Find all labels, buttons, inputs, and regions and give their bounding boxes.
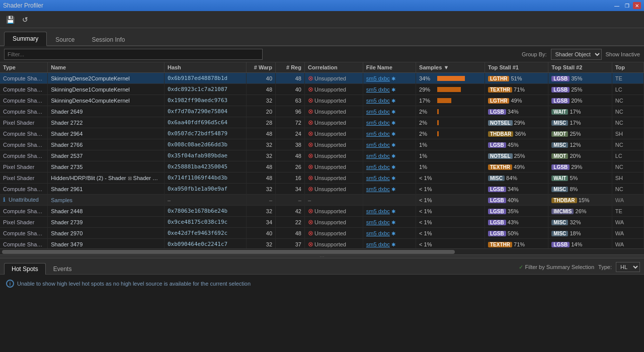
table-row[interactable]: Compute Shader Shader 2964 0x0507dc72bdf… bbox=[0, 128, 644, 139]
stall2-cell: LGSB 20% bbox=[548, 95, 612, 106]
warp-cell: 48 bbox=[247, 161, 276, 172]
table-row[interactable]: Pixel Shader Shader 2735 0x258881ba42350… bbox=[0, 161, 644, 172]
table-row[interactable]: Compute Shader Shader 3479 0xb090464e0c2… bbox=[0, 239, 644, 249]
tab-source[interactable]: Source bbox=[47, 33, 83, 46]
table-row[interactable]: Compute Shader SkinningDense2ComputeKern… bbox=[0, 73, 644, 84]
resize-handle[interactable] bbox=[0, 254, 644, 258]
table-row[interactable]: ℹ Unattributed Samples – – – – < 1% LGSB… bbox=[0, 195, 644, 206]
col-header-file[interactable]: File Name bbox=[363, 62, 416, 73]
stall1-cell: LGSB 45% bbox=[485, 139, 548, 150]
restore-button[interactable]: ❐ bbox=[623, 2, 631, 9]
type-cell: Compute Shader bbox=[0, 150, 48, 161]
col-header-type[interactable]: Type bbox=[0, 62, 48, 73]
stall1-cell: LGSB 43% bbox=[485, 217, 548, 228]
table-row[interactable]: Compute Shader Shader 2970 0xe42d7fe9463… bbox=[0, 228, 644, 239]
col-header-top[interactable]: Top bbox=[612, 62, 643, 73]
file-link[interactable]: sm5 dxbc bbox=[366, 131, 390, 137]
top-cell: NC bbox=[612, 139, 643, 150]
warp-cell: 40 bbox=[247, 228, 276, 239]
reg-cell: 48 bbox=[276, 150, 305, 161]
reg-cell: 22 bbox=[276, 217, 305, 228]
show-inactive-button[interactable]: Show Inactive bbox=[606, 51, 640, 57]
warp-cell: 48 bbox=[247, 172, 276, 184]
refresh-button[interactable]: ↺ bbox=[19, 14, 31, 26]
file-cell bbox=[363, 195, 416, 206]
table-row[interactable]: Compute Shader Shader 2537 0x35f04afab98… bbox=[0, 150, 644, 161]
file-cell: sm5 dxbc ✱ bbox=[363, 184, 416, 195]
bottom-message: Unable to show high level hot spots as n… bbox=[17, 281, 251, 287]
file-link[interactable]: sm5 dxbc bbox=[366, 142, 390, 148]
close-button[interactable]: ✕ bbox=[633, 2, 641, 9]
stall1-cell: LGSB 34% bbox=[485, 106, 548, 117]
name-cell: Shader 2964 bbox=[48, 128, 165, 139]
file-link[interactable]: sm5 dxbc bbox=[366, 219, 390, 225]
file-cell: sm5 dxbc ✱ bbox=[363, 84, 416, 95]
group-by-select[interactable]: Shader Object bbox=[551, 49, 602, 60]
file-cell: sm5 dxbc ✱ bbox=[363, 73, 416, 84]
col-header-hash[interactable]: Hash bbox=[164, 62, 246, 73]
file-cell: sm5 dxbc ✱ bbox=[363, 139, 416, 150]
table-container[interactable]: Type Name Hash # Warp # Reg Correlation … bbox=[0, 62, 644, 248]
file-cell: sm5 dxbc ✱ bbox=[363, 172, 416, 184]
name-cell: Shader 2766 bbox=[48, 139, 165, 150]
table-row[interactable]: Pixel Shader Shader 2722 0x6aa40fdf696d5… bbox=[0, 117, 644, 128]
file-link[interactable]: sm5 dxbc bbox=[366, 109, 390, 115]
table-row[interactable]: Compute Shader SkinningDense4ComputeKern… bbox=[0, 95, 644, 106]
file-link[interactable]: sm5 dxbc bbox=[366, 186, 390, 192]
scrollbar-thumb[interactable] bbox=[2, 250, 455, 254]
tab-hot-spots[interactable]: Hot Spots bbox=[4, 263, 46, 275]
file-link[interactable]: sm5 dxbc bbox=[366, 86, 390, 93]
table-row[interactable]: Compute Shader Shader 2766 0x008c08ae2d6… bbox=[0, 139, 644, 150]
file-link[interactable]: sm5 dxbc bbox=[366, 98, 390, 104]
file-link[interactable]: sm5 dxbc bbox=[366, 208, 390, 214]
table-row[interactable]: Compute Shader Shader 2649 0xf7d70a7290e… bbox=[0, 106, 644, 117]
table-body: Compute Shader SkinningDense2ComputeKern… bbox=[0, 73, 644, 249]
file-link[interactable]: sm5 dxbc bbox=[366, 120, 390, 126]
reg-cell: 42 bbox=[276, 206, 305, 217]
stall1-cell: TEXTHR 71% bbox=[485, 84, 548, 95]
tab-summary[interactable]: Summary bbox=[4, 32, 47, 46]
top-cell: NC bbox=[612, 95, 643, 106]
file-link[interactable]: sm5 dxbc bbox=[366, 175, 390, 181]
col-header-reg[interactable]: # Reg bbox=[276, 62, 305, 73]
save-button[interactable]: 💾 bbox=[4, 14, 16, 26]
table-row[interactable]: Compute Shader SkinningDense1ComputeKern… bbox=[0, 84, 644, 95]
filter-by-selection-check[interactable]: ✓ Filter by Summary Selection bbox=[519, 264, 595, 271]
name-cell: Shader 2735 bbox=[48, 161, 165, 172]
hash-cell: 0x78063e1678b6e24b bbox=[164, 206, 246, 217]
type-select[interactable]: HL ISA bbox=[616, 262, 640, 272]
tab-events[interactable]: Events bbox=[46, 263, 79, 275]
corr-cell: ⊗Unsupported bbox=[304, 73, 363, 84]
table-row[interactable]: Compute Shader Shader 2961 0xa950fb1e1a9… bbox=[0, 184, 644, 195]
reg-cell: 40 bbox=[276, 84, 305, 95]
file-link[interactable]: sm5 dxbc bbox=[366, 241, 390, 247]
table-row[interactable]: Pixel Shader Hidden/HDRP/Blit (2) - Shad… bbox=[0, 172, 644, 184]
col-header-samples[interactable]: Samples ▼ bbox=[416, 62, 485, 73]
type-cell: Pixel Shader bbox=[0, 161, 48, 172]
hash-cell: 0x008c08ae2d66dd3b bbox=[164, 139, 246, 150]
col-header-warp[interactable]: # Warp bbox=[247, 62, 276, 73]
file-cell: sm5 dxbc ✱ bbox=[363, 106, 416, 117]
col-header-stall1[interactable]: Top Stall #1 bbox=[485, 62, 548, 73]
minimize-button[interactable]: — bbox=[613, 2, 621, 9]
table-row[interactable]: Compute Shader Shader 2448 0x78063e1678b… bbox=[0, 206, 644, 217]
file-link[interactable]: sm5 dxbc bbox=[366, 153, 390, 159]
type-cell: Compute Shader bbox=[0, 139, 48, 150]
top-cell: SH bbox=[612, 128, 643, 139]
col-header-stall2[interactable]: Top Stall #2 bbox=[548, 62, 612, 73]
col-header-name[interactable]: Name bbox=[48, 62, 165, 73]
samples-cell: < 1% bbox=[416, 172, 485, 184]
table-row[interactable]: Pixel Shader Shader 2739 0x9ce48175c038c… bbox=[0, 217, 644, 228]
hash-cell: 0x258881ba42350045 bbox=[164, 161, 246, 172]
bottom-tabs: Hot Spots Events ✓ Filter by Summary Sel… bbox=[0, 258, 644, 275]
col-header-correlation[interactable]: Correlation bbox=[304, 62, 363, 73]
warp-cell: – bbox=[247, 195, 276, 206]
file-link[interactable]: sm5 dxbc bbox=[366, 164, 390, 170]
tab-session-info[interactable]: Session Info bbox=[83, 33, 133, 46]
main-tabs: Summary Source Session Info bbox=[0, 28, 644, 46]
file-link[interactable]: sm5 dxbc bbox=[366, 75, 390, 81]
reg-cell: 37 bbox=[276, 239, 305, 249]
filter-input[interactable] bbox=[4, 49, 263, 60]
file-link[interactable]: sm5 dxbc bbox=[366, 230, 390, 236]
samples-cell: < 1% bbox=[416, 206, 485, 217]
